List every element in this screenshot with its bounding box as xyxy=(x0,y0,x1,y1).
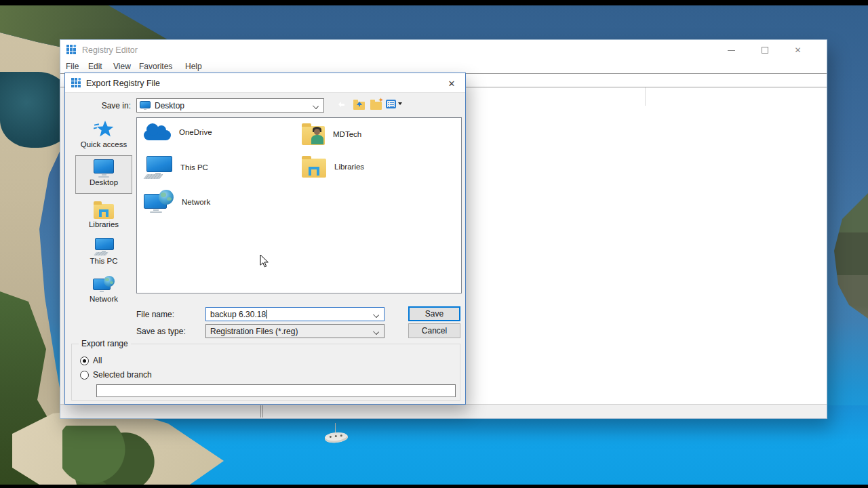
window-title: Registry Editor xyxy=(82,45,138,55)
file-item-onedrive[interactable]: OneDrive xyxy=(144,123,212,140)
file-name-value: backup 6.30.18 xyxy=(210,310,266,319)
radio-selected-branch[interactable]: Selected branch xyxy=(80,370,152,380)
pane-splitter[interactable] xyxy=(645,87,646,106)
menu-view[interactable]: View xyxy=(113,62,131,71)
new-folder-icon: ✦ xyxy=(370,102,382,110)
chevron-down-icon xyxy=(373,312,379,318)
mouse-cursor xyxy=(260,254,269,271)
maximize-icon xyxy=(762,47,768,54)
radio-icon[interactable] xyxy=(80,371,89,380)
minimize-icon xyxy=(728,50,735,51)
sidebar-item-network[interactable]: Network xyxy=(74,276,134,303)
computer-icon xyxy=(144,156,172,179)
shrubs xyxy=(62,426,157,488)
sidebar-item-quick-access[interactable]: Quick access xyxy=(74,120,134,148)
menu-favorites[interactable]: Favorites xyxy=(139,62,172,71)
save-as-type-label: Save as type: xyxy=(136,327,186,336)
places-sidebar: Quick access Desktop L xyxy=(74,117,134,306)
radio-icon[interactable] xyxy=(80,357,89,365)
back-button[interactable] xyxy=(336,98,349,112)
close-button[interactable]: ✕ xyxy=(781,40,814,60)
chevron-down-icon xyxy=(398,102,402,107)
sidebar-item-desktop[interactable]: Desktop xyxy=(74,159,134,186)
statusbar-splitter xyxy=(260,405,263,418)
sidebar-item-libraries[interactable]: Libraries xyxy=(74,201,134,228)
up-one-level-button[interactable] xyxy=(353,98,367,112)
registry-titlebar[interactable]: Registry Editor ✕ xyxy=(60,40,827,60)
radio-all-label: All xyxy=(93,356,102,365)
save-in-dropdown[interactable]: Desktop xyxy=(136,98,324,113)
computer-icon xyxy=(74,238,134,256)
radio-all[interactable]: All xyxy=(80,356,102,365)
monitor-icon xyxy=(140,101,151,110)
file-item-network[interactable]: Network xyxy=(144,190,210,214)
chevron-down-icon xyxy=(373,329,379,335)
file-name-label: File name: xyxy=(136,310,174,319)
save-as-type-value: Registration Files (*.reg) xyxy=(210,327,298,336)
star-icon xyxy=(74,120,134,139)
file-item-this-pc[interactable]: This PC xyxy=(144,156,208,179)
file-item-libraries[interactable]: Libraries xyxy=(302,156,364,178)
letterbox-top xyxy=(0,0,868,5)
menu-edit[interactable]: Edit xyxy=(88,62,102,71)
network-globe-icon xyxy=(74,276,134,293)
folder-icon xyxy=(74,201,134,219)
folder-icon xyxy=(302,159,326,178)
network-globe-icon xyxy=(144,190,174,214)
view-menu-button[interactable] xyxy=(386,98,405,112)
chevron-down-icon xyxy=(313,103,319,109)
sidebar-item-this-pc[interactable]: This PC xyxy=(74,238,134,265)
export-registry-file-dialog: Export Registry File ✕ Save in: Desktop … xyxy=(64,73,466,405)
screen: Registry Editor ✕ File Edit View Favorit… xyxy=(0,0,868,488)
menu-bar: File Edit View Favorites Help xyxy=(60,60,827,73)
close-icon: ✕ xyxy=(448,79,456,89)
new-folder-button[interactable]: ✦ xyxy=(370,98,384,112)
close-icon: ✕ xyxy=(794,46,801,54)
views-grid-icon xyxy=(386,100,396,108)
file-list[interactable]: OneDrive This PC xyxy=(136,117,462,293)
cloud-icon xyxy=(144,130,171,140)
letterbox-bottom xyxy=(0,485,868,488)
radio-selected-branch-label: Selected branch xyxy=(93,370,152,380)
save-in-value: Desktop xyxy=(155,101,184,110)
registry-icon xyxy=(66,45,77,58)
folder-up-icon xyxy=(353,102,365,110)
dialog-close-button[interactable]: ✕ xyxy=(443,77,460,90)
minimize-button[interactable] xyxy=(715,40,748,60)
registry-status-bar xyxy=(60,404,827,418)
cancel-button[interactable]: Cancel xyxy=(408,323,460,338)
dialog-title: Export Registry File xyxy=(86,79,160,88)
user-folder-icon xyxy=(302,126,325,145)
file-name-input[interactable]: backup 6.30.18 xyxy=(205,307,384,321)
registry-icon xyxy=(71,78,81,90)
dialog-titlebar[interactable]: Export Registry File ✕ xyxy=(65,73,465,93)
menu-file[interactable]: File xyxy=(66,62,79,71)
monitor-icon xyxy=(74,159,134,177)
export-range-legend: Export range xyxy=(79,339,131,348)
selected-branch-input[interactable] xyxy=(96,384,456,397)
menu-help[interactable]: Help xyxy=(185,62,202,71)
save-button[interactable]: Save xyxy=(408,306,460,321)
maximize-button[interactable] xyxy=(748,40,781,60)
file-item-mdtech[interactable]: MDTech xyxy=(302,123,361,145)
save-as-type-dropdown[interactable]: Registration Files (*.reg) xyxy=(205,324,384,338)
text-caret xyxy=(267,310,267,319)
boat-mast xyxy=(335,423,336,433)
save-in-label: Save in: xyxy=(79,101,131,110)
export-range-group: Export range All Selected branch xyxy=(71,344,460,401)
